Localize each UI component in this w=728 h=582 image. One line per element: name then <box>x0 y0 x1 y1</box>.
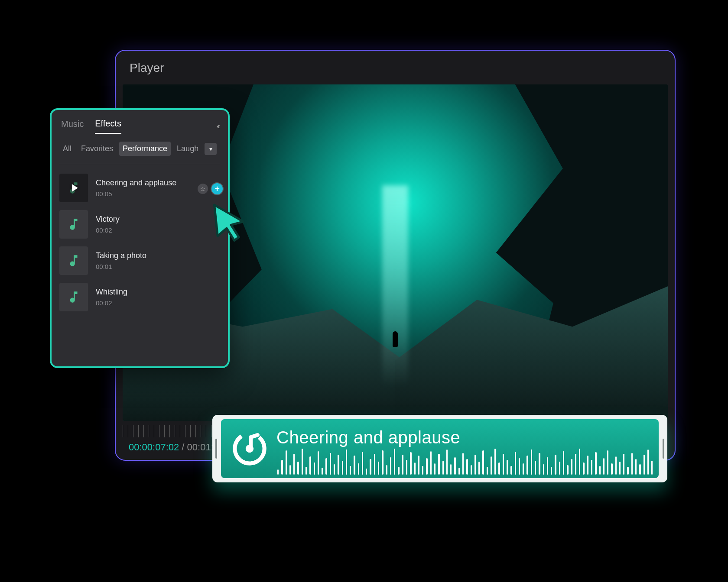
music-note-icon <box>66 290 81 304</box>
preview-decor <box>382 185 408 387</box>
effect-item[interactable]: Whistling 00:02 <box>59 283 220 311</box>
music-note-icon <box>66 217 81 232</box>
effect-thumbnail[interactable] <box>59 283 88 311</box>
star-icon: ☆ <box>200 185 206 192</box>
tab-music[interactable]: Music <box>61 119 84 133</box>
effect-duration: 00:01 <box>96 263 146 270</box>
disc-note-icon <box>231 430 268 467</box>
effect-item[interactable]: Taking a photo 00:01 <box>59 246 220 275</box>
filter-more-dropdown[interactable]: ▾ <box>205 143 217 155</box>
waveform <box>277 446 653 475</box>
plus-icon: + <box>214 184 220 194</box>
timecode: 00:00:07:02 / 00:01:2 <box>129 442 219 453</box>
clip-handle-right[interactable] <box>660 415 667 482</box>
effect-thumbnail[interactable] <box>59 246 88 275</box>
filter-favorites[interactable]: Favorites <box>78 142 117 156</box>
effect-title: Victory <box>96 215 120 224</box>
add-effect-button[interactable]: + <box>211 183 223 194</box>
effect-title: Taking a photo <box>96 251 146 260</box>
filter-laugh[interactable]: Laugh <box>173 142 202 156</box>
audio-clip[interactable]: Cheering and applause <box>212 415 667 482</box>
clip-handle-left[interactable] <box>212 415 220 482</box>
effect-thumbnail[interactable] <box>59 174 88 202</box>
filter-chips: All Favorites Performance Laugh ▾ <box>59 139 220 164</box>
effect-list: Cheering and applause 00:05 ☆ + <box>59 164 220 311</box>
effects-panel: Music Effects ‹‹ All Favorites Performan… <box>50 108 230 368</box>
tab-effects[interactable]: Effects <box>95 119 121 134</box>
timecode-current: 00:00:07:02 <box>129 442 179 453</box>
effect-thumbnail[interactable] <box>59 210 88 239</box>
panel-tabs: Music Effects ‹‹ <box>59 110 220 139</box>
clip-body[interactable]: Cheering and applause <box>221 419 659 478</box>
play-icon <box>72 184 78 192</box>
clip-title: Cheering and applause <box>276 428 460 447</box>
filter-all[interactable]: All <box>59 142 75 156</box>
collapse-panel-icon[interactable]: ‹‹ <box>217 122 218 131</box>
effect-title: Whistling <box>96 288 127 297</box>
player-title: Player <box>116 51 675 82</box>
preview-decor <box>395 286 668 421</box>
favorite-button[interactable]: ☆ <box>198 184 208 194</box>
effect-title: Cheering and applause <box>96 178 176 188</box>
effect-duration: 00:02 <box>96 226 120 234</box>
effect-item[interactable]: Victory 00:02 <box>59 210 220 239</box>
chevron-down-icon: ▾ <box>209 146 212 152</box>
effect-item[interactable]: Cheering and applause 00:05 ☆ + <box>59 174 220 202</box>
music-note-icon <box>66 253 81 268</box>
effect-duration: 00:02 <box>96 299 127 307</box>
filter-performance[interactable]: Performance <box>119 142 171 156</box>
effect-duration: 00:05 <box>96 190 176 197</box>
preview-decor <box>393 331 398 347</box>
